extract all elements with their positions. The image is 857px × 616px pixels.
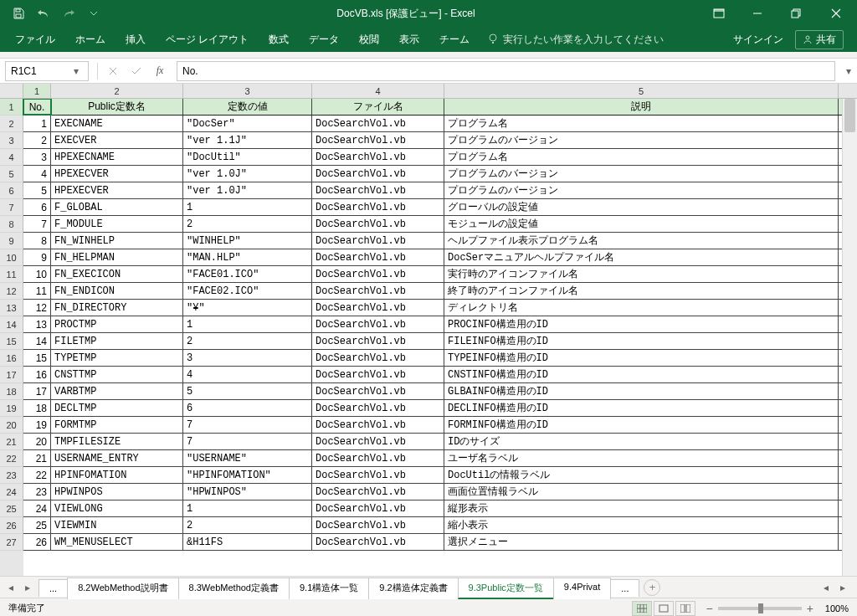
cell-no[interactable]: 8 [23,233,51,249]
row-header[interactable]: 15 [0,333,23,350]
cell-no[interactable]: 26 [23,534,51,550]
cell-const-name[interactable]: DECLTMP [51,400,183,416]
cell-const-value[interactable]: 3 [183,350,312,366]
sheet-tab[interactable]: 9.2構造体定義書 [368,578,458,599]
ribbon-display-options-icon[interactable] [700,0,738,27]
sheet-tab[interactable]: 8.3WebMethod定義書 [178,578,290,599]
cell-const-value[interactable]: "DocUtil" [183,149,312,165]
row-header[interactable]: 27 [0,534,23,551]
cell-file[interactable]: DocSearchVol.vb [312,166,444,182]
cell-const-name[interactable]: HPEXECVER [51,182,183,198]
share-button[interactable]: 共有 [795,30,844,49]
cell-no[interactable]: 25 [23,517,51,533]
tab-review[interactable]: 校閲 [349,27,389,52]
cell-const-value[interactable]: "¥" [183,300,312,316]
cells-area[interactable]: No. Public定数名 定数の値 ファイル名 説明 1EXECNAME"Do… [23,99,857,576]
cell-file[interactable]: DocSearchVol.vb [312,182,444,198]
cell-file[interactable]: DocSearchVol.vb [312,350,444,366]
cell-file[interactable]: DocSearchVol.vb [312,450,444,466]
cell-desc[interactable]: IDのサイズ [444,434,839,449]
cell-const-value[interactable]: 2 [183,216,312,232]
tab-insert[interactable]: 挿入 [115,27,156,52]
cell-const-name[interactable]: HPWINPOS [51,484,183,500]
cell-const-value[interactable]: 2 [183,333,312,349]
row-header[interactable]: 10 [0,249,23,266]
cell-const-value[interactable]: "HPINFOMATION" [183,467,312,483]
cell-no[interactable]: 12 [23,300,51,316]
tell-me-search[interactable]: 実行したい作業を入力してください [488,33,664,47]
cell-desc[interactable]: PROCINFO構造用のID [444,316,839,332]
tab-view[interactable]: 表示 [389,27,429,52]
cell-file[interactable]: DocSearchVol.vb [312,132,444,148]
zoom-slider[interactable] [718,607,802,610]
cell-desc[interactable]: プログラムのバージョン [444,166,839,182]
row-header[interactable]: 17 [0,367,23,383]
cell-file[interactable]: DocSearchVol.vb [312,417,444,433]
cell-file[interactable]: DocSearchVol.vb [312,216,444,232]
cell-no[interactable]: 2 [23,132,51,148]
cell-desc[interactable]: 実行時のアイコンファイル名 [444,266,839,282]
cell-const-value[interactable]: 1 [183,316,312,332]
cell-const-value[interactable]: 7 [183,434,312,449]
cell-no[interactable]: 19 [23,417,51,433]
cell-file[interactable]: DocSearchVol.vb [312,116,444,131]
sheet-tab[interactable]: 9.3Public定数一覧 [458,578,554,599]
cell-no[interactable]: 14 [23,333,51,349]
cell-const-value[interactable]: "DocSer" [183,116,312,131]
cell-no[interactable]: 21 [23,450,51,466]
tab-formulas[interactable]: 数式 [259,27,299,52]
cell-const-name[interactable]: FN_ENDICON [51,283,183,299]
row-header[interactable]: 8 [0,216,23,233]
cell-const-name[interactable]: FILETMP [51,333,183,349]
enter-formula-icon[interactable] [125,61,148,81]
formula-input[interactable]: No. [177,61,835,81]
tab-data[interactable]: データ [299,27,349,52]
cell-const-name[interactable]: EXECNAME [51,116,183,131]
cell-const-name[interactable]: HPINFOMATION [51,467,183,483]
cell-file[interactable]: DocSearchVol.vb [312,199,444,215]
cell-const-value[interactable]: 5 [183,383,312,399]
cell-desc[interactable]: ユーザ名ラベル [444,450,839,466]
cell-desc[interactable]: プログラム名 [444,116,839,131]
cell-const-name[interactable]: WM_MENUSELECT [51,534,183,550]
row-header[interactable]: 22 [0,450,23,467]
cell-file[interactable]: DocSearchVol.vb [312,383,444,399]
header-cell-file[interactable]: ファイル名 [312,99,444,115]
name-box[interactable]: R1C1 ▾ [5,61,89,81]
header-cell-no[interactable]: No. [23,99,51,115]
cell-no[interactable]: 16 [23,367,51,382]
cell-desc[interactable]: CNSTINFO構造用のID [444,367,839,382]
cell-const-name[interactable]: PROCTMP [51,316,183,332]
cell-const-name[interactable]: TMPFILESIZE [51,434,183,449]
row-header[interactable]: 4 [0,149,23,166]
cell-const-value[interactable]: 1 [183,199,312,215]
undo-icon[interactable] [37,7,50,20]
header-cell-desc[interactable]: 説明 [444,99,839,115]
row-header[interactable]: 1 [0,99,23,116]
cell-const-value[interactable]: 6 [183,400,312,416]
column-header[interactable]: 3 [183,84,312,98]
tab-nav-prev-icon[interactable]: ◂ [5,582,17,593]
tab-home[interactable]: ホーム [65,27,115,52]
cell-file[interactable]: DocSearchVol.vb [312,333,444,349]
hscroll-right-icon[interactable]: ▸ [837,582,849,593]
cell-const-value[interactable]: "ver 1.0J" [183,182,312,198]
insert-function-icon[interactable]: fx [148,61,172,81]
cell-const-name[interactable]: VIEWLONG [51,501,183,516]
cell-no[interactable]: 10 [23,266,51,282]
cell-const-value[interactable]: "USERNAME" [183,450,312,466]
cell-no[interactable]: 6 [23,199,51,215]
zoom-out-button[interactable]: − [706,602,712,615]
cell-no[interactable]: 4 [23,166,51,182]
cell-desc[interactable]: DocSerマニュアルヘルプファイル名 [444,249,839,265]
column-header[interactable]: 1 [23,84,51,98]
header-cell-name[interactable]: Public定数名 [51,99,183,115]
cell-desc[interactable]: ヘルプファイル表示プログラム名 [444,233,839,249]
row-header[interactable]: 2 [0,116,23,132]
cell-desc[interactable]: TYPEINFO構造用のID [444,350,839,366]
sheet-tab[interactable]: 9.1構造体一覧 [289,578,369,599]
chevron-down-icon[interactable]: ▾ [69,65,83,77]
cell-const-name[interactable]: USERNAME_ENTRY [51,450,183,466]
vertical-scrollbar[interactable] [842,99,857,576]
cell-const-name[interactable]: F_GLOBAL [51,199,183,215]
